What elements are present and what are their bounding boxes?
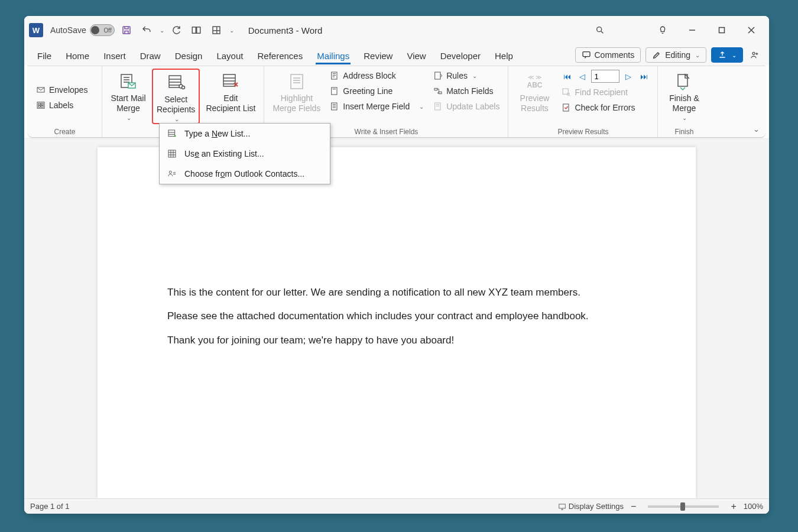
type-new-list-label: Type a New List... [184,129,250,138]
select-recipients-button[interactable]: Select Recipients⌄ [152,69,200,124]
greeting-line-button[interactable]: Greeting Line [326,84,427,98]
svg-point-35 [169,171,171,173]
finish-merge-label: Finish & Merge [669,93,699,113]
group-preview-label: Preview Results [557,126,608,136]
start-mail-merge-button[interactable]: Start Mail Merge⌄ [107,69,150,122]
editing-label: Editing [665,50,690,60]
document-area[interactable]: This is the content for our letter. We a… [24,138,769,498]
outlook-contacts-item[interactable]: Choose from Outlook Contacts... [160,164,330,184]
save-icon[interactable] [118,22,135,38]
first-record-icon[interactable]: ⏮ [560,70,573,83]
toggle-switch[interactable]: Off [90,24,115,36]
document-paragraph-2: Please see the attached documentation wh… [167,307,626,326]
check-errors-button[interactable]: Check for Errors [558,100,653,115]
maximize-button[interactable] [709,18,735,42]
tab-layout[interactable]: Layout [209,47,250,63]
svg-rect-13 [38,106,40,108]
svg-rect-31 [563,104,569,111]
zoom-slider-knob[interactable] [680,502,685,511]
envelopes-label: Envelopes [49,85,87,95]
lightbulb-icon[interactable] [650,18,676,42]
insert-merge-field-label: Insert Merge Field [343,102,410,111]
display-settings-button[interactable]: Display Settings [558,502,624,511]
qat-icon-1[interactable] [188,22,205,38]
tab-references[interactable]: References [250,47,310,63]
share-button[interactable]: ⌄ [711,47,743,63]
svg-rect-22 [332,72,337,79]
close-button[interactable] [738,18,764,42]
zoom-out-button[interactable]: − [631,501,636,512]
svg-rect-21 [291,74,303,89]
record-number-input[interactable] [591,70,619,83]
undo-icon[interactable] [138,22,155,38]
tab-mailings[interactable]: Mailings [310,47,356,63]
outlook-contacts-icon [167,168,177,179]
svg-rect-14 [41,106,43,108]
word-app-icon: W [29,23,43,37]
use-existing-list-icon [167,148,177,159]
labels-button[interactable]: Labels [33,98,77,112]
preview-results-button: ≪ ≫ABC Preview Results [513,69,556,113]
document-page[interactable]: This is the content for our letter. We a… [98,147,696,498]
document-paragraph-1: This is the content for our letter. We a… [167,283,626,302]
insert-merge-field-button[interactable]: Insert Merge Field ⌄ [326,99,427,113]
tab-review[interactable]: Review [356,47,400,63]
finish-merge-button[interactable]: Finish & Merge⌄ [663,69,705,122]
undo-dropdown-icon[interactable]: ⌄ [160,27,164,34]
zoom-in-button[interactable]: + [731,501,736,512]
type-new-list-item[interactable]: Type a New List... [160,124,330,144]
labels-label: Labels [49,100,73,110]
ribbon-tabs: File Home Insert Draw Design Layout Refe… [24,44,769,66]
svg-rect-24 [332,103,337,110]
autosave-toggle[interactable]: AutoSave Off [50,24,115,36]
search-icon[interactable] [587,18,613,42]
tab-insert[interactable]: Insert [96,47,133,63]
use-existing-list-item[interactable]: Use an Existing List... [160,144,330,164]
app-window: W AutoSave Off ⌄ ⌄ Document3 - Word [24,16,769,514]
svg-rect-6 [719,28,725,33]
zoom-level[interactable]: 100% [744,502,763,511]
tab-developer[interactable]: Developer [433,47,488,63]
svg-rect-34 [168,150,176,157]
address-block-button[interactable]: Address Block [326,69,427,83]
outlook-contacts-label: Choose from Outlook Contacts... [184,169,304,179]
redo-icon[interactable] [168,22,184,38]
account-icon[interactable] [747,50,763,60]
svg-rect-25 [435,72,440,79]
tab-view[interactable]: View [400,47,433,63]
autosave-label: AutoSave [50,25,86,35]
svg-point-8 [752,52,755,54]
next-record-icon[interactable]: ▷ [622,70,635,83]
prev-record-icon[interactable]: ◁ [576,70,589,83]
editing-mode-button[interactable]: Editing ⌄ [645,47,706,63]
comments-button[interactable]: Comments [575,47,641,63]
highlight-label: Highlight Merge Fields [273,93,320,113]
select-recipients-label: Select Recipients [157,95,195,115]
svg-rect-36 [559,504,566,508]
comments-label: Comments [595,50,635,60]
zoom-slider[interactable] [648,505,719,508]
minimize-button[interactable] [679,18,705,42]
tab-design[interactable]: Design [168,47,210,63]
last-record-icon[interactable]: ⏭ [637,70,650,83]
collapse-ribbon-icon[interactable]: ⌄ [753,125,760,134]
match-fields-button[interactable]: Match Fields [430,84,503,98]
tab-home[interactable]: Home [59,47,96,63]
group-create: Envelopes Labels Create [28,66,102,137]
tab-help[interactable]: Help [488,47,520,63]
svg-point-19 [181,86,184,89]
envelopes-button[interactable]: Envelopes [33,83,91,97]
update-labels-label: Update Labels [446,102,499,111]
qat-customize-icon[interactable]: ⌄ [229,27,234,34]
svg-rect-1 [192,27,196,34]
qat-icon-2[interactable] [208,22,225,38]
page-indicator[interactable]: Page 1 of 1 [30,502,70,511]
select-recipients-dropdown: Type a New List... Use an Existing List.… [159,123,330,184]
tab-file[interactable]: File [30,47,59,63]
document-title: Document3 - Word [248,25,323,35]
edit-recipient-list-button[interactable]: Edit Recipient List [202,69,259,113]
rules-button[interactable]: Rules⌄ [430,69,503,83]
edit-recipient-list-label: Edit Recipient List [206,93,255,113]
update-labels-button: Update Labels [430,99,503,113]
tab-draw[interactable]: Draw [133,47,168,63]
